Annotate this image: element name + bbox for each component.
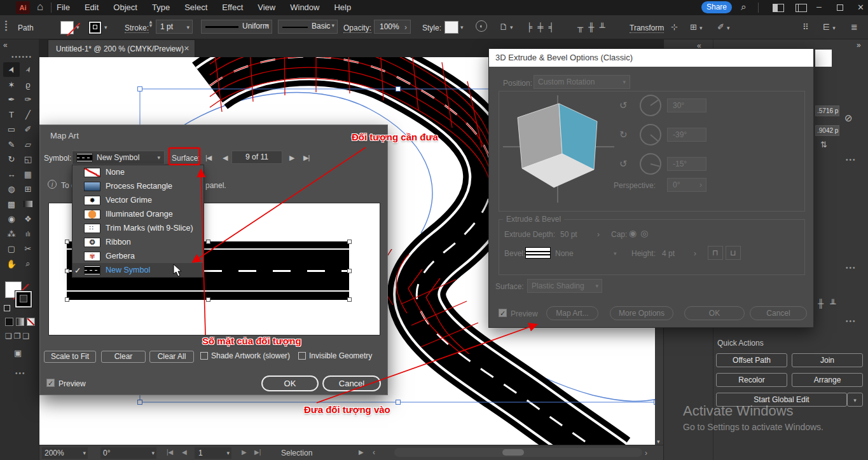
close-window-icon[interactable]: ✕: [857, 3, 864, 12]
gradient-tool-icon[interactable]: [20, 197, 36, 212]
preview-handle[interactable]: [65, 240, 69, 244]
paintbrush-tool-icon[interactable]: ✐: [20, 122, 36, 137]
more-options-button[interactable]: More Options: [610, 306, 673, 320]
link-dimensions-icon[interactable]: ⊘: [844, 112, 853, 124]
menu-help[interactable]: Help: [334, 3, 351, 12]
artboard-select[interactable]: 1▾: [195, 447, 231, 459]
menu-file[interactable]: File: [57, 3, 70, 12]
status-back-icon[interactable]: ‹: [373, 448, 375, 457]
global-edit-chevron[interactable]: ▾: [847, 393, 863, 407]
panel-grid-icon[interactable]: ⠿: [803, 22, 809, 32]
cube-preview[interactable]: [503, 93, 614, 205]
extrude-cancel-button[interactable]: Cancel: [750, 306, 807, 320]
invisible-geometry-checkbox[interactable]: [298, 352, 306, 360]
stroke-color-swatch[interactable]: [60, 21, 74, 34]
list-panel-icon[interactable]: ≣: [851, 22, 858, 32]
symbol-option-illuminated-orange[interactable]: Illuminated Orange: [72, 207, 203, 221]
symbol-option-trim-marks[interactable]: ∷ Trim Marks (with 9-Slice): [72, 221, 203, 235]
color-mode-icon[interactable]: [5, 318, 13, 326]
isolate-mode-icon[interactable]: ✐▾: [717, 22, 729, 32]
rotate-y-value[interactable]: -39°: [667, 128, 706, 142]
cap-on-icon[interactable]: ◉◎: [629, 228, 652, 238]
restore-icon[interactable]: [837, 4, 843, 11]
shade-artwork-checkbox[interactable]: [200, 352, 208, 360]
hand-tool-icon[interactable]: ✋: [3, 257, 20, 271]
type-tool-icon[interactable]: T: [3, 107, 20, 122]
next-artboard-icon[interactable]: ▶: [242, 449, 247, 456]
rotate-x-dial[interactable]: [640, 95, 661, 116]
align-more-icon[interactable]: •••: [846, 318, 857, 325]
scale-tool-icon[interactable]: ◱: [20, 152, 36, 166]
extrude-preview-checkbox[interactable]: ✓: [499, 309, 507, 317]
menu-select[interactable]: Select: [184, 3, 207, 12]
invisible-geometry-label[interactable]: Invisible Geometry: [309, 351, 372, 360]
pen-tool-icon[interactable]: ✒: [3, 92, 20, 107]
symbol-select[interactable]: New Symbol ▾: [72, 151, 165, 165]
align-shortcut-icons[interactable]: ╫╨: [818, 299, 842, 308]
opacity-label[interactable]: Opacity:: [343, 24, 371, 33]
share-button[interactable]: Share: [701, 1, 732, 13]
first-surface-icon[interactable]: |◀: [205, 154, 211, 162]
map-art-ok-button[interactable]: OK: [261, 375, 319, 391]
fill-chevron[interactable]: ▾: [104, 24, 107, 30]
collapse-toolbar-icon[interactable]: «: [3, 41, 8, 50]
bevel-extent-in-icon[interactable]: ⊔: [726, 246, 741, 260]
surface-select[interactable]: Plastic Shading▾: [527, 279, 602, 293]
perspective-value[interactable]: 0°›: [667, 178, 706, 192]
align-horizontal-icons[interactable]: ╞╪╡: [527, 22, 560, 32]
stroke-weight-label[interactable]: Stroke:: [125, 24, 149, 33]
swap-fill-stroke-icon[interactable]: [4, 305, 10, 311]
shade-artwork-label[interactable]: Shade Artwork (slower): [211, 351, 290, 360]
zoom-tool-icon[interactable]: ⌕: [20, 257, 36, 271]
rotate-z-value[interactable]: -15°: [667, 157, 706, 171]
join-button[interactable]: Join: [792, 353, 863, 367]
menu-type[interactable]: Type: [152, 3, 170, 12]
transform-more-icon[interactable]: •••: [846, 156, 857, 163]
artboard-tool-icon[interactable]: ▢: [3, 241, 20, 256]
rotate-tool-icon[interactable]: ↻: [3, 152, 20, 166]
prev-artboard-icon[interactable]: ◀: [182, 449, 187, 456]
graph-tool-icon[interactable]: ılı: [20, 227, 36, 241]
none-mode-icon[interactable]: [27, 318, 35, 326]
brush-select[interactable]: Basic ▾: [278, 20, 338, 34]
shape-builder-tool-icon[interactable]: ◍: [3, 182, 20, 196]
preview-handle[interactable]: [347, 297, 352, 302]
first-artboard-icon[interactable]: |◀: [167, 449, 173, 456]
symbol-option-vector-grime[interactable]: ✸ Vector Grime: [72, 193, 203, 207]
bevel-chevron[interactable]: ▾: [614, 250, 617, 257]
next-surface-icon[interactable]: ▶: [289, 154, 294, 162]
map-art-button[interactable]: Map Art...: [546, 306, 598, 320]
recolor-button[interactable]: Recolor: [716, 373, 787, 387]
draw-mode-icons[interactable]: ❏❐❑: [5, 332, 31, 341]
curvature-tool-icon[interactable]: ✑: [20, 92, 36, 107]
bevel-extent-out-icon[interactable]: ⊓: [708, 246, 723, 260]
bevel-value[interactable]: None: [555, 249, 574, 258]
stroke-color-chevron[interactable]: ▾: [76, 24, 79, 30]
horizontal-scrollbar[interactable]: [394, 448, 642, 457]
document-tab[interactable]: Untitled-1* @ 200 % (CMYK/Preview) ✕: [48, 39, 195, 57]
free-transform-tool-icon[interactable]: ▦: [20, 167, 36, 182]
rectangle-tool-icon[interactable]: ▭: [3, 122, 20, 137]
preview-handle[interactable]: [347, 269, 352, 273]
width-profile-select[interactable]: Uniform ▾: [201, 20, 272, 34]
stroke-stepper[interactable]: ▲▼: [148, 20, 153, 28]
map-art-cancel-button[interactable]: Cancel: [322, 375, 381, 391]
preview-handle[interactable]: [206, 240, 210, 244]
height-value[interactable]: 4 pt: [662, 249, 675, 258]
screen-mode-icon[interactable]: ▣: [14, 348, 22, 358]
preview-handle[interactable]: [65, 297, 69, 302]
extrude-ok-button[interactable]: OK: [684, 306, 745, 320]
home-icon[interactable]: ⌂: [37, 1, 43, 13]
stroke-color-indicator[interactable]: [15, 291, 32, 308]
shape-mode-icon[interactable]: ⊞▾: [690, 22, 702, 32]
align-vertical-icons[interactable]: ╥╫╨: [577, 22, 610, 32]
line-segment-tool-icon[interactable]: ╱: [20, 107, 36, 122]
menu-object[interactable]: Object: [113, 3, 137, 12]
clear-all-button[interactable]: Clear All: [149, 351, 194, 363]
workspace-icon[interactable]: [773, 4, 784, 12]
symbol-sprayer-tool-icon[interactable]: ⁂: [3, 227, 20, 241]
surface-number-field[interactable]: 9 of 11: [231, 151, 282, 164]
map-art-preview-label[interactable]: Preview: [59, 379, 86, 388]
document-layout-icon[interactable]: [796, 4, 807, 12]
menu-edit[interactable]: Edit: [85, 3, 99, 12]
